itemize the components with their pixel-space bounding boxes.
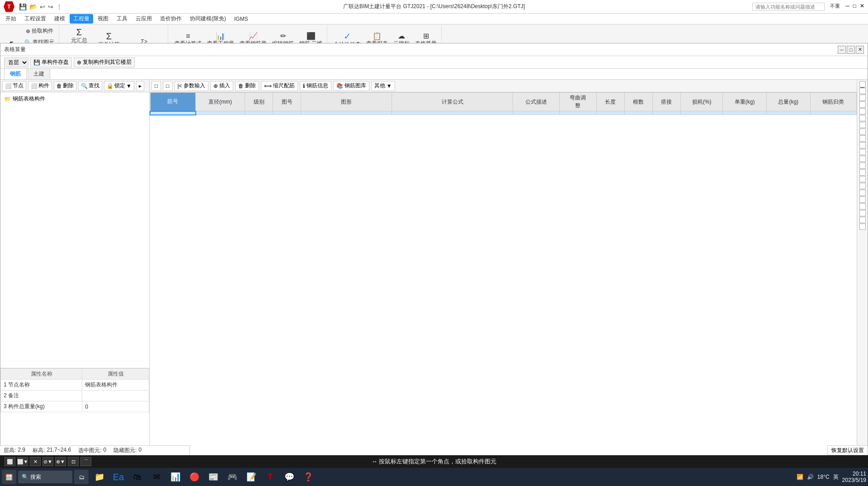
checkbox-8[interactable] — [859, 129, 866, 135]
cell-bar-no[interactable] — [150, 111, 196, 115]
cell-formula-desc[interactable] — [513, 111, 559, 115]
minimize-btn[interactable]: ─ — [845, 3, 849, 11]
maximize-btn[interactable]: □ — [853, 3, 856, 11]
store-btn[interactable]: 🛍 — [128, 469, 146, 485]
checkbox-3[interactable] — [859, 95, 866, 101]
cancel-draw-btn[interactable]: ✕ — [30, 457, 41, 466]
qt-undo[interactable]: ↩ — [39, 2, 46, 11]
grid-btn[interactable]: ⊡ — [68, 457, 79, 466]
cell-unit-weight[interactable] — [723, 111, 767, 115]
taskview-btn[interactable]: 🗂 — [74, 470, 89, 484]
rt-insert[interactable]: ⊕ 插入 — [210, 81, 233, 91]
cell-length[interactable] — [596, 111, 624, 115]
checkbox-13[interactable] — [859, 162, 866, 169]
delete-btn[interactable]: 🗑 删除 — [54, 81, 76, 91]
word-btn[interactable]: 📝 — [242, 469, 260, 485]
checkbox-17[interactable] — [859, 190, 866, 196]
component-btn[interactable]: ⬜ 构件 — [28, 81, 52, 91]
dialog-close-btn[interactable]: ✕ — [856, 46, 864, 54]
qt-save[interactable]: 💾 — [18, 2, 28, 11]
menu-tools[interactable]: 工具 — [113, 14, 131, 24]
qt-misc[interactable]: ⋮ — [55, 2, 63, 11]
draw-rect-dropdown-btn[interactable]: ⬜▼ — [17, 457, 28, 466]
rt-btn-2[interactable]: □ — [163, 81, 172, 91]
rt-scale-config[interactable]: ⟺ 缩尺配筋 — [261, 81, 298, 91]
ribbon-btn-pick[interactable]: ⊕ 拾取构件 — [23, 26, 56, 36]
menu-quantities[interactable]: 工程量 — [70, 14, 93, 24]
cell-category[interactable] — [810, 111, 856, 115]
restore-defaults-btn[interactable]: 恢复默认设置 — [827, 445, 868, 455]
taskbar-time[interactable]: 20:11 2023/5/19 — [842, 471, 866, 483]
rt-rebar-info[interactable]: ℹ 钢筋信息 — [300, 81, 331, 91]
tree-item-rebar-table[interactable]: 📁 钢筋表格构件 — [2, 94, 147, 104]
checkbox-15[interactable] — [859, 176, 866, 182]
excel-btn[interactable]: 📊 — [166, 469, 184, 485]
tab-civil[interactable]: 土建 — [28, 68, 50, 79]
rt-btn-1[interactable]: □ — [151, 81, 161, 91]
table-row[interactable] — [150, 111, 857, 115]
close-btn[interactable]: ✕ — [860, 3, 864, 11]
menu-igms[interactable]: IGMS — [231, 15, 252, 23]
explorer-btn[interactable]: 📁 — [90, 469, 108, 485]
steam-btn[interactable]: 🎮 — [223, 469, 241, 485]
draw-rect-btn[interactable]: ⬜ — [5, 457, 15, 466]
ppt-btn[interactable]: 📰 — [204, 469, 222, 485]
rt-delete[interactable]: 🗑 删除 — [235, 81, 259, 91]
checkbox-22[interactable] — [859, 224, 866, 230]
snap-btn[interactable]: ⊕▼ — [55, 457, 66, 466]
checkbox-11[interactable] — [859, 149, 866, 155]
rt-param-input[interactable]: |< 参数输入 — [175, 81, 208, 91]
tab-rebar[interactable]: 钢筋 — [4, 68, 27, 79]
cell-level[interactable] — [245, 111, 273, 115]
global-search[interactable] — [752, 3, 825, 11]
checkbox-2[interactable] — [859, 88, 866, 94]
menu-collab-model[interactable]: 协同建模(限免) — [186, 14, 230, 24]
save-component-btn[interactable]: 💾 单构件存盘 — [30, 57, 72, 67]
checkbox-21[interactable] — [859, 217, 866, 223]
lock-btn[interactable]: 🔒 锁定 ▼ — [104, 81, 134, 91]
copy-to-floor-btn[interactable]: ⊕ 复制构件到其它楼层 — [74, 57, 135, 67]
floor-select[interactable]: 首层 — [4, 57, 28, 67]
menu-cost-collab[interactable]: 造价协作 — [156, 14, 185, 24]
qt-redo[interactable]: ↪ — [47, 2, 54, 11]
checkbox-14[interactable] — [859, 169, 866, 176]
edge-btn[interactable]: Ea — [109, 469, 127, 485]
checkbox-20[interactable] — [859, 210, 866, 216]
cell-diameter[interactable] — [196, 111, 245, 115]
checkbox-4[interactable] — [859, 101, 866, 108]
checkbox-5[interactable] — [859, 108, 866, 114]
dialog-maximize-btn[interactable]: □ — [847, 46, 855, 54]
gld-btn[interactable]: T — [261, 469, 279, 485]
rt-other-dropdown[interactable]: 其他 ▼ — [371, 81, 395, 91]
cell-bend-adj[interactable] — [559, 111, 596, 115]
menu-project-settings[interactable]: 工程设置 — [21, 14, 50, 24]
arc-btn[interactable]: ⌒ — [80, 457, 91, 466]
cell-total-weight[interactable] — [766, 111, 810, 115]
cell-shape[interactable] — [301, 111, 392, 115]
menu-cloud[interactable]: 云应用 — [132, 14, 156, 24]
checkbox-1[interactable] — [859, 81, 866, 87]
checkbox-10[interactable] — [859, 142, 866, 148]
dialog-minimize-btn[interactable]: ─ — [838, 46, 846, 54]
angle-btn[interactable]: ⊘▼ — [42, 457, 53, 466]
checkbox-6[interactable] — [859, 115, 866, 121]
checkbox-9[interactable] — [859, 135, 866, 142]
checkbox-7[interactable] — [859, 122, 866, 128]
qt-open[interactable]: 📂 — [28, 2, 38, 11]
menu-start[interactable]: 开始 — [2, 14, 20, 24]
more-btn[interactable]: ▸ — [136, 81, 144, 91]
help-btn[interactable]: ❓ — [299, 469, 317, 485]
cell-count[interactable] — [624, 111, 652, 115]
app-red-btn[interactable]: 🔴 — [185, 469, 203, 485]
checkbox-16[interactable] — [859, 183, 866, 189]
node-btn[interactable]: ⬜ 节点 — [2, 81, 26, 91]
wechat-btn[interactable]: 💬 — [280, 469, 298, 485]
cell-drawing-no[interactable] — [273, 111, 301, 115]
menu-modeling[interactable]: 建模 — [51, 14, 69, 24]
checkbox-18[interactable] — [859, 196, 866, 203]
cell-formula[interactable] — [392, 111, 513, 115]
checkbox-19[interactable] — [859, 203, 866, 210]
cell-splice[interactable] — [652, 111, 680, 115]
taskbar-search[interactable]: 🔍 搜索 — [18, 471, 72, 483]
find-btn[interactable]: 🔍 查找 — [78, 81, 102, 91]
